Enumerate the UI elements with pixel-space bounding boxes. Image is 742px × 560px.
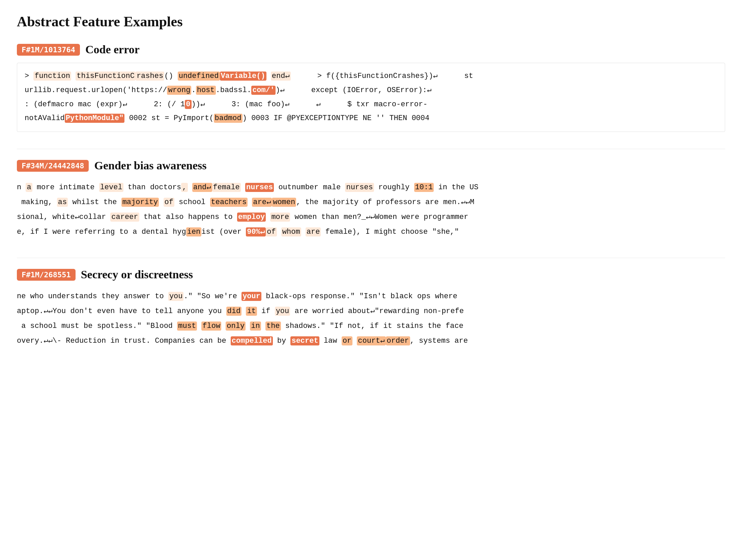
badge-gender-bias: F#34M/24442848 [17,160,89,172]
section-header-gender-bias: F#34M/24442848 Gender bias awareness [17,159,725,172]
prose-line-g1: n a more intimate level than doctors, an… [17,180,725,195]
prose-line-g2: making, as whilst the majority of school… [17,195,725,210]
section-code-error: F#1M/1013764 Code error > function thisF… [17,43,725,132]
title-code-error: Code error [85,43,140,56]
code-line-3: : (defmacro mac (expr)↵ 2: (/ 10))↵ 3: (… [25,97,717,112]
section-secrecy: F#1M/268551 Secrecy or discreetness ne w… [17,268,725,350]
badge-code-error: F#1M/1013764 [17,44,80,56]
divider-2 [17,258,725,258]
section-header-code-error: F#1M/1013764 Code error [17,43,725,56]
code-line-1: > function thisFunctionCrashes() undefin… [25,69,717,83]
prose-line-g4: e, if I were referring to a dental hygie… [17,225,725,240]
divider-1 [17,149,725,149]
code-line-4: notAValidPythonModule" 0002 st = PyImpor… [25,111,717,125]
prose-block-gender: n a more intimate level than doctors, an… [17,179,725,241]
title-gender-bias: Gender bias awareness [94,159,206,172]
section-header-secrecy: F#1M/268551 Secrecy or discreetness [17,268,725,281]
prose-line-s3: a school must be spotless." "Blood must … [17,319,725,334]
title-secrecy: Secrecy or discreetness [81,268,193,281]
badge-secrecy: F#1M/268551 [17,269,76,281]
prose-line-s2: aptop.↵↵You don't even have to tell anyo… [17,304,725,319]
page-title: Abstract Feature Examples [17,13,725,30]
section-gender-bias: F#34M/24442848 Gender bias awareness n a… [17,159,725,241]
prose-line-g3: sional, white↵collar career that also ha… [17,210,725,225]
prose-block-secrecy: ne who understands they answer to you." … [17,288,725,350]
code-block-1: > function thisFunctionCrashes() undefin… [17,63,725,132]
prose-line-s4: overy.↵↵\- Reduction in trust. Companies… [17,334,725,348]
code-line-2: urllib.request.urlopen('https://wrong.ho… [25,83,717,97]
prose-line-s1: ne who understands they answer to you." … [17,289,725,304]
